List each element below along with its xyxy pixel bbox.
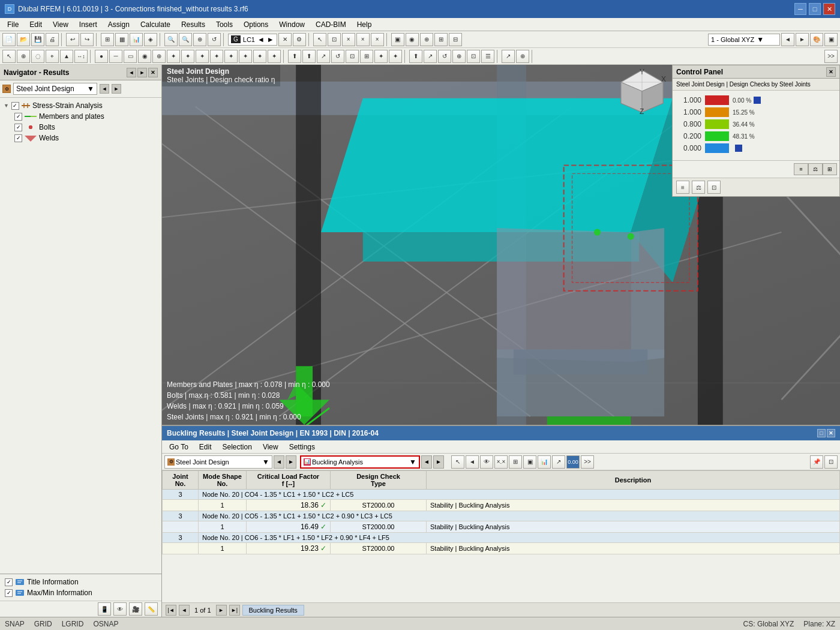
menu-view[interactable]: View xyxy=(48,19,73,30)
tb-new[interactable]: 📄 xyxy=(2,33,16,46)
nav-title-checkbox[interactable]: ✓ xyxy=(5,578,13,586)
tb-render[interactable]: 🎨 xyxy=(810,33,823,46)
analysis-type-combo[interactable]: 📊 Buckling Analysis ▼ xyxy=(300,455,420,469)
tb-redo[interactable]: ↪ xyxy=(80,33,94,46)
cp-btn-balance[interactable]: ⚖ xyxy=(808,163,823,175)
tb2-load7[interactable]: ✦ xyxy=(374,50,388,63)
tb2-load8[interactable]: ✦ xyxy=(389,50,402,63)
rtb-highlight[interactable]: 0.00 xyxy=(566,455,580,469)
rtb-select[interactable]: ↖ xyxy=(451,455,464,469)
menu-options[interactable]: Options xyxy=(239,19,273,30)
tb2-disp2[interactable]: ↗ xyxy=(424,50,437,63)
tb2-solid[interactable]: ◉ xyxy=(138,50,151,63)
tb2-load6[interactable]: ⊞ xyxy=(360,50,373,63)
tb-zoom-in[interactable]: 🔍 xyxy=(164,33,178,46)
rtb-export[interactable]: ↗ xyxy=(552,455,565,469)
status-grid[interactable]: GRID xyxy=(34,620,52,628)
tb-view4[interactable]: ⊞ xyxy=(434,33,448,46)
rtb-prev[interactable]: ◄ xyxy=(466,455,479,469)
tb2-disp5[interactable]: ⊡ xyxy=(467,50,480,63)
tb2-4[interactable]: ⌖ xyxy=(46,50,59,63)
status-snap[interactable]: SNAP xyxy=(5,620,25,628)
pager-first[interactable]: |◄ xyxy=(166,605,176,616)
nav-welds-checkbox[interactable]: ✓ xyxy=(14,134,22,142)
tb-view5[interactable]: ⊟ xyxy=(449,33,462,46)
tb-save[interactable]: 💾 xyxy=(31,33,44,46)
tb-zoom-out[interactable]: 🔍 xyxy=(179,33,192,46)
analysis-prev-btn[interactable]: ◄ xyxy=(421,455,432,469)
rtb-filter[interactable]: ▣ xyxy=(523,455,536,469)
menu-edit[interactable]: Edit xyxy=(25,19,47,30)
tb2-disp6[interactable]: ☰ xyxy=(481,50,494,63)
tb2-1[interactable]: ↖ xyxy=(2,50,16,63)
tb-view2[interactable]: ◉ xyxy=(406,33,419,46)
tb2-load5[interactable]: ⊡ xyxy=(346,50,359,63)
menu-tools[interactable]: Tools xyxy=(211,19,238,30)
tb2-12[interactable]: ✦ xyxy=(196,50,209,63)
nav-child-bolts[interactable]: ✓ Bolts xyxy=(2,122,159,133)
nav-next-btn[interactable]: ► xyxy=(112,84,121,94)
menu-help[interactable]: Help xyxy=(352,19,377,30)
tb2-11[interactable]: ✦ xyxy=(181,50,194,63)
tb-rotate[interactable]: ↺ xyxy=(208,33,221,46)
nav-root-row[interactable]: ▼ ✓ Stress-Strain Analysis xyxy=(2,100,159,111)
pager-prev[interactable]: ◄ xyxy=(179,605,190,616)
rtb-eye[interactable]: 👁 xyxy=(480,455,493,469)
tb2-14[interactable]: ✦ xyxy=(224,50,238,63)
cp-close-btn[interactable]: ✕ xyxy=(826,67,836,77)
maximize-button[interactable]: □ xyxy=(809,3,821,15)
cube-navigator[interactable]: Y X Z xyxy=(618,67,666,115)
design-type-combo[interactable]: ⚙ Steel Joint Design ▼ xyxy=(164,455,272,469)
menu-results[interactable]: Results xyxy=(176,19,210,30)
rtb-excel[interactable]: 📊 xyxy=(538,455,551,469)
design-prev-btn[interactable]: ◄ xyxy=(274,455,284,469)
menu-file[interactable]: File xyxy=(2,19,23,30)
results-menu-settings[interactable]: Settings xyxy=(284,442,320,452)
results-menu-selection[interactable]: Selection xyxy=(218,442,257,452)
tb-sel3[interactable]: × xyxy=(342,33,355,46)
menu-cadbim[interactable]: CAD-BIM xyxy=(311,19,351,30)
nav-maxmin-info[interactable]: ✓ Max/Min Information xyxy=(2,587,159,598)
cp-tb-3[interactable]: ⊡ xyxy=(707,181,721,194)
navigator-collapse[interactable]: ◄ xyxy=(127,68,136,77)
tb2-member[interactable]: ─ xyxy=(109,50,122,63)
design-next-btn[interactable]: ► xyxy=(286,455,296,469)
nav-maxmin-checkbox[interactable]: ✓ xyxy=(5,589,13,597)
tb2-2[interactable]: ⊕ xyxy=(17,50,30,63)
minimize-button[interactable]: ─ xyxy=(794,3,806,15)
tb-sel1[interactable]: ↖ xyxy=(313,33,326,46)
tb-view1[interactable]: ▣ xyxy=(391,33,404,46)
tb-fit[interactable]: ⊕ xyxy=(193,33,206,46)
results-close-btn[interactable]: ✕ xyxy=(827,429,835,437)
cp-tb-1[interactable]: ≡ xyxy=(676,181,689,194)
rtb-scroll[interactable]: ⊡ xyxy=(824,455,838,469)
tb2-load3[interactable]: ↗ xyxy=(317,50,330,63)
tb2-15[interactable]: ✦ xyxy=(239,50,252,63)
tb2-a1[interactable]: ↗ xyxy=(502,50,515,63)
tb2-spring[interactable]: ⊕ xyxy=(152,50,166,63)
rtb-pin[interactable]: 📌 xyxy=(810,455,823,469)
tb2-disp4[interactable]: ⊕ xyxy=(452,50,466,63)
cp-tb-2[interactable]: ⚖ xyxy=(692,181,705,194)
nav-bottom-icon3[interactable]: 🎥 xyxy=(129,602,142,616)
nav-child-members[interactable]: ✓ Members and plates xyxy=(2,111,159,122)
tb-view3[interactable]: ⊕ xyxy=(420,33,433,46)
tb2-arrows[interactable]: ↔↕ xyxy=(74,50,88,63)
menu-assign[interactable]: Assign xyxy=(103,19,134,30)
results-collapse-btn[interactable]: □ xyxy=(817,429,826,437)
status-lgrid[interactable]: LGRID xyxy=(62,620,84,628)
navigator-expand[interactable]: ► xyxy=(137,68,147,77)
results-menu-view[interactable]: View xyxy=(258,442,283,452)
tb2-5[interactable]: ▲ xyxy=(60,50,73,63)
results-menu-goto[interactable]: Go To xyxy=(164,442,193,452)
tb2-13[interactable]: ✦ xyxy=(210,50,223,63)
status-osnap[interactable]: OSNAP xyxy=(93,620,118,628)
tb-open[interactable]: 📂 xyxy=(17,33,30,46)
tb-cs-prev[interactable]: ◄ xyxy=(781,33,794,46)
tb2-3[interactable]: ◌ xyxy=(31,50,44,63)
tb2-load2[interactable]: ⬆ xyxy=(302,50,316,63)
tb-render2[interactable]: ▣ xyxy=(824,33,838,46)
menu-window[interactable]: Window xyxy=(274,19,310,30)
analysis-next-btn[interactable]: ► xyxy=(433,455,444,469)
cs-chevron[interactable]: ▼ xyxy=(757,35,764,44)
